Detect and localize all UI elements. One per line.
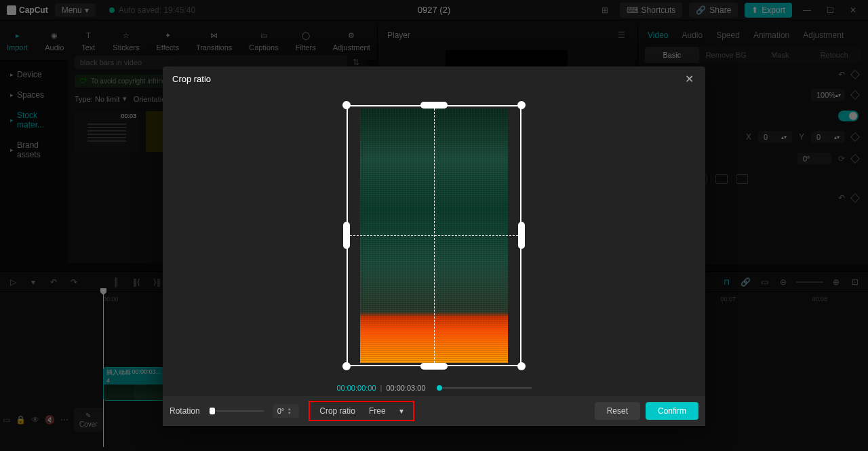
crop-handle-bottom[interactable] [420, 363, 448, 370]
crop-handle-tr[interactable] [517, 101, 526, 109]
time-slider[interactable] [437, 387, 532, 389]
crop-modal: Crop ratio ✕ 00:00:00:00 | 00:00:03:00 R… [163, 66, 705, 426]
crop-handle-br[interactable] [517, 362, 526, 370]
slider-knob[interactable] [210, 408, 215, 414]
crop-handle-left[interactable] [343, 222, 350, 249]
rotation-slider[interactable] [210, 410, 264, 412]
crop-handle-right[interactable] [518, 222, 525, 249]
crop-handle-top[interactable] [420, 102, 448, 109]
confirm-button[interactable]: Confirm [646, 402, 698, 420]
modal-title: Crop ratio [172, 74, 211, 84]
time-total: 00:00:03:00 [386, 384, 425, 392]
close-button[interactable]: ✕ [682, 72, 696, 85]
crop-ratio-highlight: Crop ratio Free ▾ [309, 401, 414, 421]
step-down[interactable]: ▾ [288, 411, 295, 415]
crop-canvas[interactable] [163, 91, 705, 380]
crop-frame[interactable] [347, 105, 521, 366]
rotation-label: Rotation [170, 406, 200, 416]
crop-handle-bl[interactable] [342, 362, 351, 370]
reset-button[interactable]: Reset [595, 402, 640, 420]
crop-handle-tl[interactable] [342, 101, 351, 109]
crop-grid-horizontal [347, 235, 521, 236]
crop-ratio-label: Crop ratio [319, 406, 355, 416]
crop-time-row: 00:00:00:00 | 00:00:03:00 [163, 380, 705, 396]
crop-ratio-select[interactable]: Free ▾ [369, 406, 403, 416]
chevron-down-icon: ▾ [399, 406, 403, 416]
slider-knob[interactable] [437, 385, 442, 391]
time-current: 00:00:00:00 [336, 384, 376, 392]
crop-footer: Rotation 0° ▴▾ Crop ratio Free ▾ Reset C… [163, 396, 705, 426]
rotation-field[interactable]: 0° ▴▾ [273, 404, 300, 418]
